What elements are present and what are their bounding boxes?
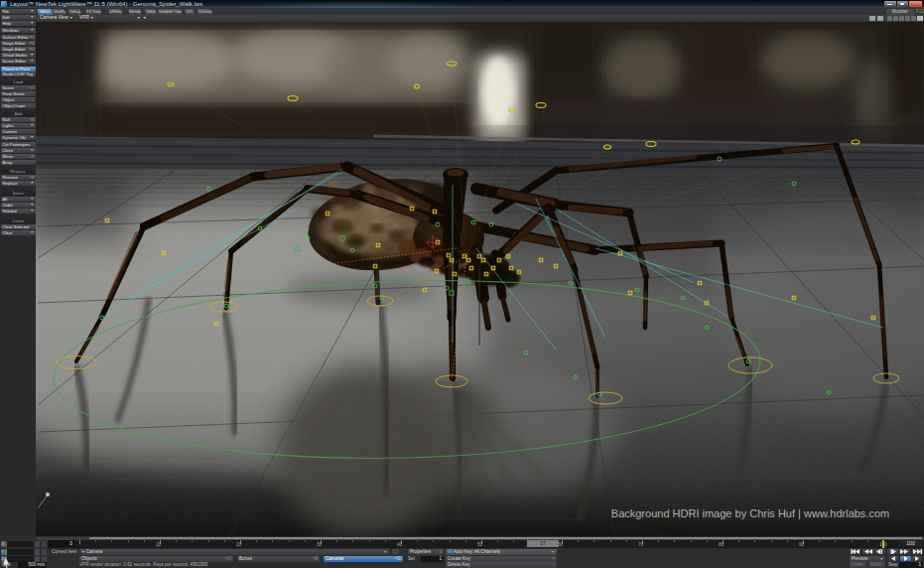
svg-text:Background HDRI image by Chris: Background HDRI image by Chris Huf | www… [611, 507, 889, 519]
